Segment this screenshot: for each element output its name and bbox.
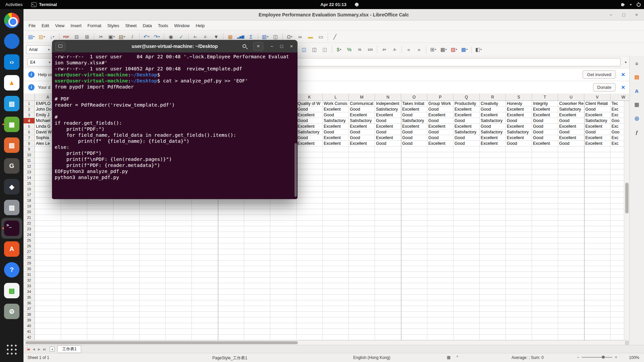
cell-A32[interactable]	[35, 278, 61, 283]
cell-Q29[interactable]	[453, 260, 480, 266]
zoom-slider[interactable]	[582, 357, 612, 358]
cell-Q31[interactable]	[453, 272, 480, 278]
sidebar-functions-icon[interactable]: ƒ	[633, 128, 641, 136]
cell-V33[interactable]	[584, 283, 610, 289]
cell-S23[interactable]	[506, 226, 532, 232]
cell-V23[interactable]	[584, 226, 610, 232]
cell-S27[interactable]	[506, 249, 532, 255]
cell-U13[interactable]	[558, 169, 584, 175]
cell-P10[interactable]	[427, 152, 453, 158]
cell-H26[interactable]	[218, 243, 244, 249]
cell-A27[interactable]	[35, 249, 61, 255]
cell-M28[interactable]	[349, 255, 375, 260]
cell-K12[interactable]	[297, 164, 323, 169]
cell-C20[interactable]	[87, 209, 113, 215]
cell-R8[interactable]: Excellent	[480, 141, 506, 146]
cell-U33[interactable]	[558, 283, 584, 289]
cell-I20[interactable]	[244, 209, 270, 215]
row-header-15[interactable]: 15	[23, 181, 35, 186]
cell-M16[interactable]	[349, 186, 375, 192]
cell-G26[interactable]	[192, 243, 218, 249]
cell-L28[interactable]	[323, 255, 349, 260]
row-header-29[interactable]: 29	[23, 260, 35, 266]
cell-T28[interactable]	[532, 255, 558, 260]
cell-V40[interactable]	[584, 323, 610, 329]
terminal-scrollbar-thumb[interactable]	[294, 143, 297, 197]
cell-N1[interactable]: Independent	[375, 101, 401, 107]
cell-B24[interactable]	[61, 232, 87, 238]
format-percent-button[interactable]: %	[344, 45, 354, 54]
cell-B22[interactable]	[61, 221, 87, 226]
cell-M14[interactable]	[349, 175, 375, 181]
cell-T5[interactable]: Good	[532, 124, 558, 129]
cell-K39[interactable]	[297, 317, 323, 323]
cell-N6[interactable]: Good	[375, 129, 401, 135]
cell-I36[interactable]	[244, 300, 270, 306]
cell-G33[interactable]	[192, 283, 218, 289]
cell-P35[interactable]	[427, 295, 453, 300]
cell-O20[interactable]	[401, 209, 427, 215]
cell-O13[interactable]	[401, 169, 427, 175]
cell-I41[interactable]	[244, 329, 270, 335]
get-involved-button[interactable]: Get involved	[583, 70, 615, 79]
cell-M3[interactable]: Excellent	[349, 112, 375, 118]
cell-D30[interactable]	[113, 266, 140, 272]
cell-Q6[interactable]: Satisfactory	[453, 129, 480, 135]
vertical-scrollbar-thumb[interactable]	[625, 183, 629, 214]
cell-F28[interactable]	[166, 255, 192, 260]
cell-D26[interactable]	[113, 243, 140, 249]
cell-I23[interactable]	[244, 226, 270, 232]
cell-F41[interactable]	[166, 329, 192, 335]
row-header-7[interactable]: 7	[23, 135, 35, 141]
dock-item-settings[interactable]: ⚙	[1, 301, 22, 322]
cell-M34[interactable]	[349, 289, 375, 295]
cell-I35[interactable]	[244, 295, 270, 300]
cell-O12[interactable]	[401, 164, 427, 169]
cell-C33[interactable]	[87, 283, 113, 289]
cell-F34[interactable]	[166, 289, 192, 295]
row-header-42[interactable]: 42	[23, 335, 35, 340]
cell-B37[interactable]	[61, 306, 87, 312]
cell-K25[interactable]	[297, 238, 323, 243]
cell-F42[interactable]	[166, 335, 192, 340]
increase-indent-button[interactable]: »	[414, 45, 424, 54]
minimize-button[interactable]: −	[609, 12, 612, 17]
cell-K8[interactable]: Excellent	[297, 141, 323, 146]
cell-G28[interactable]	[192, 255, 218, 260]
cell-P25[interactable]	[427, 238, 453, 243]
cell-M38[interactable]	[349, 312, 375, 317]
cell-R22[interactable]	[480, 221, 506, 226]
cell-D42[interactable]	[113, 335, 140, 340]
menu-edit[interactable]: Edit	[39, 21, 52, 30]
cell-Q13[interactable]	[453, 169, 480, 175]
cell-H37[interactable]	[218, 306, 244, 312]
cell-I25[interactable]	[244, 238, 270, 243]
dock-item-gimp[interactable]: G	[1, 156, 22, 176]
cell-U39[interactable]	[558, 317, 584, 323]
row-header-14[interactable]: 14	[23, 175, 35, 181]
cell-P1[interactable]: Group Work	[427, 101, 453, 107]
cell-L30[interactable]	[323, 266, 349, 272]
cell-P16[interactable]	[427, 186, 453, 192]
cell-D27[interactable]	[113, 249, 140, 255]
cell-R1[interactable]: Creativity	[480, 101, 506, 107]
cell-S38[interactable]	[506, 312, 532, 317]
cell-G39[interactable]	[192, 317, 218, 323]
row-header-25[interactable]: 25	[23, 238, 35, 243]
cell-E26[interactable]	[140, 243, 166, 249]
cell-E27[interactable]	[140, 249, 166, 255]
cell-S9[interactable]	[506, 146, 532, 152]
cell-L16[interactable]	[323, 186, 349, 192]
cell-D20[interactable]	[113, 209, 140, 215]
cell-N31[interactable]	[375, 272, 401, 278]
cell-G21[interactable]	[192, 215, 218, 221]
cell-T35[interactable]	[532, 295, 558, 300]
cell-U1[interactable]: Coworker Re	[558, 101, 584, 107]
cell-Q18[interactable]	[453, 198, 480, 203]
cell-R36[interactable]	[480, 300, 506, 306]
cell-V22[interactable]	[584, 221, 610, 226]
column-header-O[interactable]: O	[401, 94, 427, 101]
cell-O37[interactable]	[401, 306, 427, 312]
cell-H39[interactable]	[218, 317, 244, 323]
cell-V12[interactable]	[584, 164, 610, 169]
